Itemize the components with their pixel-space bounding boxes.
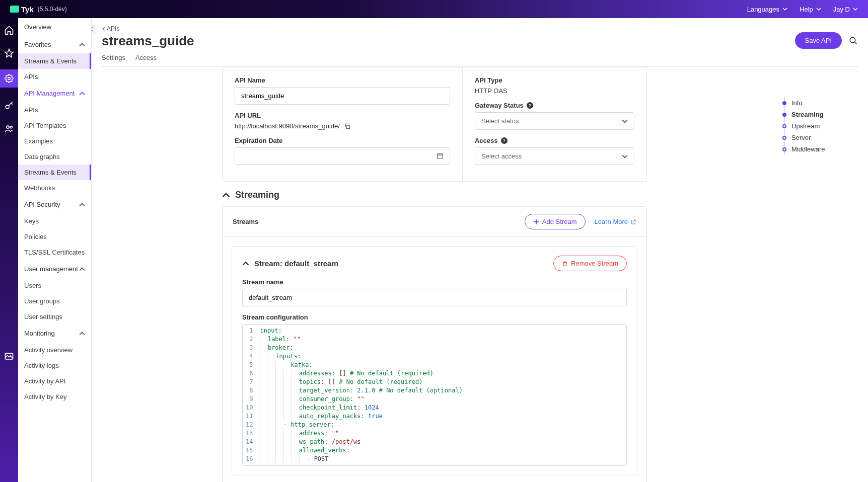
svg-point-5 bbox=[850, 37, 855, 43]
breadcrumb[interactable]: APIs bbox=[102, 25, 858, 32]
streams-card: Streams Add Stream Learn More bbox=[222, 206, 647, 482]
sidebar-item[interactable]: Activity logs bbox=[18, 358, 91, 373]
remove-stream-button[interactable]: Remove Stream bbox=[553, 256, 627, 271]
sidebar-item[interactable]: Examples bbox=[18, 133, 91, 149]
api-url-label: API URL bbox=[235, 112, 450, 119]
sidebar-item[interactable]: Activity overview bbox=[18, 342, 91, 358]
sidenav-item[interactable]: Upstream bbox=[782, 120, 858, 132]
access-label: Access ? bbox=[475, 137, 634, 144]
sidebar-item[interactable]: Users bbox=[18, 278, 91, 293]
trash-icon bbox=[562, 261, 568, 267]
page-header: APIs streams_guide Save API Settings Acc… bbox=[92, 18, 868, 67]
stream-name-input[interactable] bbox=[242, 289, 627, 306]
sidebar-item[interactable]: Webhooks bbox=[18, 180, 91, 196]
svg-rect-6 bbox=[346, 125, 349, 128]
topbar: Tyk (5.5.0-dev) Languages Help Jay D bbox=[0, 0, 868, 18]
code-editor[interactable]: 12345678910111213141516 input: label: ""… bbox=[242, 324, 627, 466]
external-link-icon bbox=[630, 219, 636, 225]
sidebar-api-security[interactable]: API Security bbox=[18, 196, 91, 213]
streaming-section-header[interactable]: Streaming bbox=[222, 190, 647, 200]
collapse-sidebar-button[interactable] bbox=[92, 24, 97, 34]
sidenav-item[interactable]: Streaming bbox=[782, 109, 858, 120]
chevron-up-icon bbox=[242, 260, 249, 267]
chevron-left-icon bbox=[102, 27, 106, 31]
user-menu[interactable]: Jay D bbox=[833, 6, 858, 13]
search-icon[interactable] bbox=[849, 36, 858, 45]
tab-access[interactable]: Access bbox=[135, 54, 157, 66]
stream-card: Stream: default_stream Remove Stream Str… bbox=[232, 246, 637, 475]
version-text: (5.5.0-dev) bbox=[38, 6, 67, 13]
sidebar-overview[interactable]: Overview bbox=[18, 18, 91, 36]
svg-point-3 bbox=[10, 126, 12, 128]
sidebar-item[interactable]: Activity by API bbox=[18, 373, 91, 389]
api-type-value: HTTP OAS bbox=[475, 87, 634, 95]
sidenav-item[interactable]: Server bbox=[782, 132, 858, 143]
svg-rect-7 bbox=[438, 154, 443, 158]
stream-title[interactable]: Stream: default_stream bbox=[242, 259, 338, 268]
nav-dot-icon bbox=[782, 147, 786, 151]
gateway-status-select[interactable]: Select status bbox=[475, 112, 634, 130]
languages-menu[interactable]: Languages bbox=[747, 6, 787, 13]
nav-dot-icon bbox=[782, 113, 786, 117]
copy-icon[interactable] bbox=[344, 123, 351, 130]
key-icon[interactable] bbox=[4, 101, 14, 111]
info-card: API Name API URL http://localhost:9090/s… bbox=[222, 67, 647, 182]
sidebar-item[interactable]: APIs bbox=[18, 102, 91, 118]
tab-settings[interactable]: Settings bbox=[102, 54, 125, 66]
sidebar-user-management[interactable]: User management bbox=[18, 260, 91, 278]
sidebar-item[interactable]: TLS/SSL Certificates bbox=[18, 245, 91, 260]
sidebar-item[interactable]: API Templates bbox=[18, 118, 91, 133]
save-api-button[interactable]: Save API bbox=[795, 32, 842, 49]
gear-icon[interactable] bbox=[0, 69, 18, 88]
sidebar-item[interactable]: Streams & Events bbox=[18, 165, 91, 180]
svg-point-2 bbox=[7, 126, 9, 128]
learn-more-link[interactable]: Learn More bbox=[595, 218, 636, 225]
image-icon[interactable] bbox=[4, 351, 14, 361]
chevron-down-icon bbox=[853, 7, 858, 12]
help-menu[interactable]: Help bbox=[800, 6, 821, 13]
stream-name-label: Stream name bbox=[242, 278, 627, 286]
sidenav-item[interactable]: Info bbox=[782, 97, 858, 109]
sidebar-item[interactable]: User groups bbox=[18, 293, 91, 309]
expiration-label: Expiration Date bbox=[235, 137, 450, 144]
star-icon[interactable] bbox=[4, 48, 14, 58]
svg-point-1 bbox=[6, 105, 9, 109]
sidenav-item[interactable]: Middleware bbox=[782, 143, 858, 155]
chevron-up-icon bbox=[79, 202, 85, 208]
tabs: Settings Access bbox=[102, 54, 858, 67]
api-type-label: API Type bbox=[475, 76, 634, 84]
brand-text: Tyk bbox=[21, 5, 34, 14]
sidebar-favorites[interactable]: Favorites bbox=[18, 36, 91, 53]
nav-dot-icon bbox=[782, 136, 786, 140]
nav-dot-icon bbox=[782, 101, 786, 105]
help-icon[interactable]: ? bbox=[501, 137, 508, 144]
help-icon[interactable]: ? bbox=[527, 102, 533, 109]
sidebar-monitoring[interactable]: Monitoring bbox=[18, 325, 91, 342]
api-name-label: API Name bbox=[235, 76, 450, 84]
sidebar-item[interactable]: APIs bbox=[18, 69, 91, 85]
chevron-up-icon bbox=[79, 42, 85, 48]
chevron-down-icon bbox=[782, 7, 787, 12]
gateway-status-label: Gateway Status ? bbox=[475, 102, 634, 109]
sidebar-api-management[interactable]: API Management bbox=[18, 85, 91, 102]
api-name-input[interactable] bbox=[235, 87, 450, 105]
home-icon[interactable] bbox=[4, 25, 14, 35]
sidebar: Overview Favorites Streams & EventsAPIs … bbox=[18, 18, 92, 482]
page-title: streams_guide bbox=[102, 33, 194, 49]
sidebar-item[interactable]: Data graphs bbox=[18, 149, 91, 165]
sidebar-item[interactable]: Keys bbox=[18, 213, 91, 229]
expiration-input[interactable] bbox=[235, 147, 450, 165]
sidebar-item[interactable]: User settings bbox=[18, 309, 91, 325]
streaming-title: Streaming bbox=[235, 190, 279, 200]
access-select[interactable]: Select access bbox=[475, 147, 634, 165]
sidebar-item[interactable]: Policies bbox=[18, 229, 91, 245]
chevron-up-icon bbox=[222, 191, 230, 199]
svg-point-0 bbox=[8, 77, 11, 80]
users-icon[interactable] bbox=[4, 124, 14, 134]
chevron-down-icon bbox=[622, 118, 628, 124]
sidebar-item[interactable]: Activity by Key bbox=[18, 389, 91, 405]
nav-dot-icon bbox=[782, 124, 786, 128]
sidebar-item[interactable]: Streams & Events bbox=[18, 53, 91, 69]
breadcrumb-label: APIs bbox=[107, 25, 119, 32]
add-stream-button[interactable]: Add Stream bbox=[525, 214, 586, 229]
